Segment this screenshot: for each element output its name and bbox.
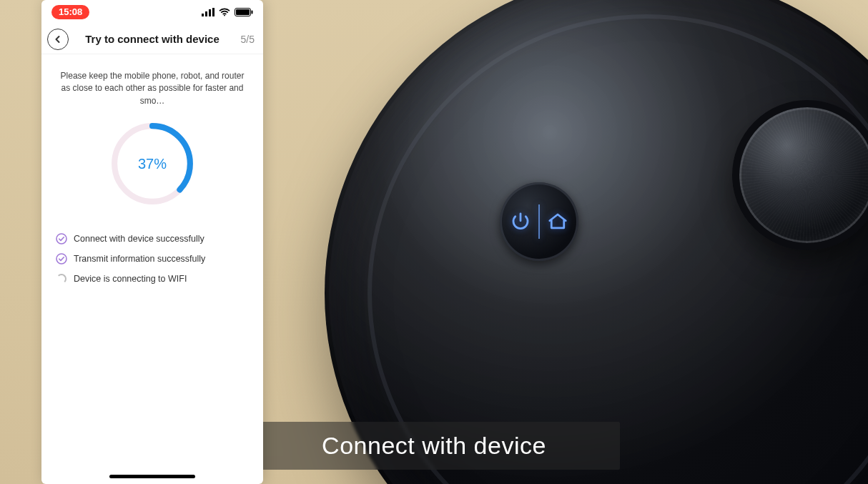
loading-spinner-icon	[56, 273, 67, 285]
svg-rect-3	[212, 8, 214, 16]
check-icon	[56, 253, 67, 265]
video-caption: Connect with device	[248, 422, 620, 470]
battery-icon	[235, 8, 253, 16]
step-label: Device is connecting to WIFI	[74, 274, 187, 284]
svg-rect-1	[205, 11, 207, 16]
svg-point-4	[224, 15, 225, 16]
chevron-left-icon	[54, 35, 62, 44]
home-icon	[547, 211, 568, 232]
statusbar-time: 15:08	[51, 5, 89, 19]
svg-point-10	[56, 254, 66, 264]
progress-ring: 37%	[109, 120, 196, 207]
cellular-icon	[202, 8, 214, 16]
step-label: Connect with device successfully	[74, 234, 204, 244]
svg-rect-7	[252, 11, 253, 14]
svg-rect-2	[209, 9, 211, 16]
progress-percent-label: 37%	[109, 120, 196, 207]
connection-steps: Connect with device successfully Transmi…	[56, 233, 249, 285]
navbar: Try to connect with device 5/5	[41, 24, 263, 54]
step-row: Connect with device successfully	[56, 233, 249, 245]
wizard-step-indicator: 5/5	[241, 34, 255, 45]
home-indicator[interactable]	[109, 475, 195, 478]
instruction-text: Please keep the mobile phone, robot, and…	[56, 70, 249, 107]
page-title: Try to connect with device	[41, 33, 263, 45]
step-row: Device is connecting to WIFI	[56, 273, 249, 285]
statusbar: 15:08	[41, 0, 263, 24]
svg-rect-0	[202, 14, 204, 16]
scene: Connect with device 15:08	[0, 0, 868, 484]
step-row: Transmit information successfully	[56, 253, 249, 265]
robot-lidar-dome	[732, 100, 868, 250]
check-icon	[56, 233, 67, 245]
svg-point-9	[56, 234, 66, 244]
svg-rect-6	[236, 9, 250, 15]
power-icon	[510, 211, 531, 232]
back-button[interactable]	[47, 29, 69, 50]
wifi-icon	[219, 8, 230, 16]
step-label: Transmit information successfully	[74, 254, 205, 264]
robot-vacuum-photo	[325, 0, 868, 484]
phone-mockup: 15:08	[41, 0, 263, 484]
robot-control-button	[500, 182, 578, 261]
